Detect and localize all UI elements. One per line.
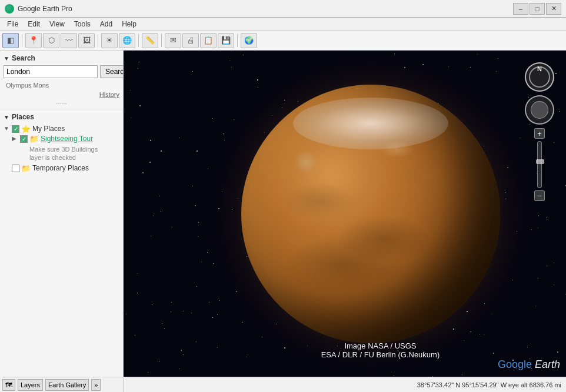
zoom-thumb[interactable] (536, 159, 544, 164)
toolbar-sep-4 (161, 34, 162, 47)
toolbar-sky-btn[interactable]: 🌐 (119, 33, 135, 48)
search-input[interactable] (4, 65, 98, 78)
tilt-inner (531, 101, 548, 119)
titlebar: Google Earth Pro – □ ✕ (0, 0, 566, 18)
toolbar-sep-1 (22, 34, 22, 47)
sightseeing-icon: 📁 (29, 135, 39, 143)
search-button[interactable]: Search (100, 65, 124, 78)
search-row: Search (4, 65, 119, 78)
search-dots: ...... (4, 98, 119, 105)
toolbar-path-btn[interactable]: 〰 (61, 33, 77, 48)
menu-view[interactable]: View (45, 19, 69, 29)
zoom-control: + − (534, 128, 545, 201)
compass-control[interactable]: N (525, 62, 554, 92)
main-area: ▼ Search Search Olympus Mons History ...… (0, 51, 566, 377)
tilt-control[interactable] (525, 95, 554, 125)
minimize-button[interactable]: – (513, 3, 528, 15)
gallery-chevron[interactable]: » (91, 379, 101, 391)
layers-icon-btn[interactable]: 🗺 (2, 379, 15, 391)
earth-gallery-tab[interactable]: Earth Gallery (45, 379, 89, 391)
statusbar: 🗺 Layers Earth Gallery » 38°57'33.42" N … (0, 377, 566, 392)
window-controls: – □ ✕ (513, 3, 561, 15)
toolbar-overlay-btn[interactable]: 🖼 (78, 33, 95, 48)
menu-help[interactable]: Help (117, 19, 141, 29)
layers-tab[interactable]: Layers (18, 379, 43, 391)
map-viewport[interactable]: N + − Image NASA / USGS ESA / DLR / FU B… (124, 51, 566, 377)
toolbar-email-btn[interactable]: ✉ (165, 33, 181, 48)
sightseeing-expand: ▶ (12, 135, 20, 142)
temporary-places-label: Temporary Places (32, 164, 89, 172)
menu-file[interactable]: File (2, 19, 23, 29)
sightseeing-label[interactable]: Sightseeing Tour (41, 135, 93, 143)
search-label: Search (12, 54, 35, 62)
sightseeing-item[interactable]: ▶ ✓ 📁 Sightseeing Tour (12, 134, 119, 144)
zoom-in-button[interactable]: + (534, 128, 545, 139)
toolbar-earth-btn[interactable]: 🌍 (241, 33, 257, 48)
temporary-places-checkbox[interactable] (12, 165, 19, 172)
places-label: Places (12, 113, 34, 121)
my-places-expand: ▼ (4, 125, 12, 132)
menu-edit[interactable]: Edit (23, 19, 45, 29)
search-arrow: ▼ (4, 55, 9, 62)
nav-controls: N + − (525, 62, 554, 201)
places-header[interactable]: ▼ Places (4, 113, 119, 121)
toolbar-print-btn[interactable]: 🖨 (182, 33, 199, 48)
places-arrow: ▼ (4, 114, 9, 120)
menu-add[interactable]: Add (95, 19, 117, 29)
places-section: ▼ Places ▼ ✓ ⭐ My Places ▶ ✓ 📁 Sightseei… (0, 109, 123, 377)
search-suggestion[interactable]: Olympus Mons (4, 81, 119, 90)
menu-tools[interactable]: Tools (69, 19, 95, 29)
zoom-out-button[interactable]: − (534, 190, 545, 201)
my-places-icon: ⭐ (21, 125, 31, 133)
toolbar-copy-btn[interactable]: 📋 (200, 33, 217, 48)
app-icon (5, 4, 14, 14)
toolbar: ◧ 📍 ⬡ 〰 🖼 ☀ 🌐 📏 ✉ 🖨 📋 💾 🌍 (0, 31, 566, 51)
my-places-checkbox[interactable]: ✓ (12, 125, 19, 133)
maximize-button[interactable]: □ (530, 3, 545, 15)
my-places-item[interactable]: ▼ ✓ ⭐ My Places (4, 124, 119, 134)
close-button[interactable]: ✕ (546, 3, 561, 15)
my-places-label: My Places (32, 125, 65, 133)
temporary-places-icon: 📁 (21, 164, 31, 173)
temporary-places-expand (4, 165, 12, 171)
sightseeing-indent: ▶ ✓ 📁 Sightseeing Tour Make sure 3D Buil… (12, 134, 119, 163)
app-title: Google Earth Pro (18, 5, 513, 13)
sightseeing-checkbox[interactable]: ✓ (20, 135, 28, 143)
search-header[interactable]: ▼ Search (4, 54, 119, 62)
left-panel: ▼ Search Search Olympus Mons History ...… (0, 51, 124, 377)
toolbar-sidebar-btn[interactable]: ◧ (2, 33, 19, 48)
toolbar-sun-btn[interactable]: ☀ (101, 33, 118, 48)
toolbar-sep-5 (237, 34, 238, 47)
statusbar-left: 🗺 Layers Earth Gallery » (0, 377, 124, 392)
history-link[interactable]: History (4, 91, 119, 98)
toolbar-ruler-btn[interactable]: 📏 (142, 33, 158, 48)
temporary-places-item[interactable]: 📁 Temporary Places (4, 163, 119, 173)
north-label: N (537, 65, 542, 72)
toolbar-placemark-btn[interactable]: 📍 (25, 33, 42, 48)
menubar: File Edit View Tools Add Help (0, 18, 566, 31)
mars-planet (241, 85, 500, 343)
toolbar-save-btn[interactable]: 💾 (218, 33, 234, 48)
toolbar-polygon-btn[interactable]: ⬡ (43, 33, 59, 48)
sightseeing-note: Make sure 3D Buildings layer is checked (12, 144, 119, 163)
toolbar-sep-2 (98, 34, 98, 47)
toolbar-sep-3 (138, 34, 139, 47)
zoom-track[interactable] (537, 141, 542, 188)
status-coordinates: 38°57'33.42" N 95°15'54.29" W eye alt 68… (412, 381, 566, 388)
search-section: ▼ Search Search Olympus Mons History ...… (0, 51, 123, 109)
